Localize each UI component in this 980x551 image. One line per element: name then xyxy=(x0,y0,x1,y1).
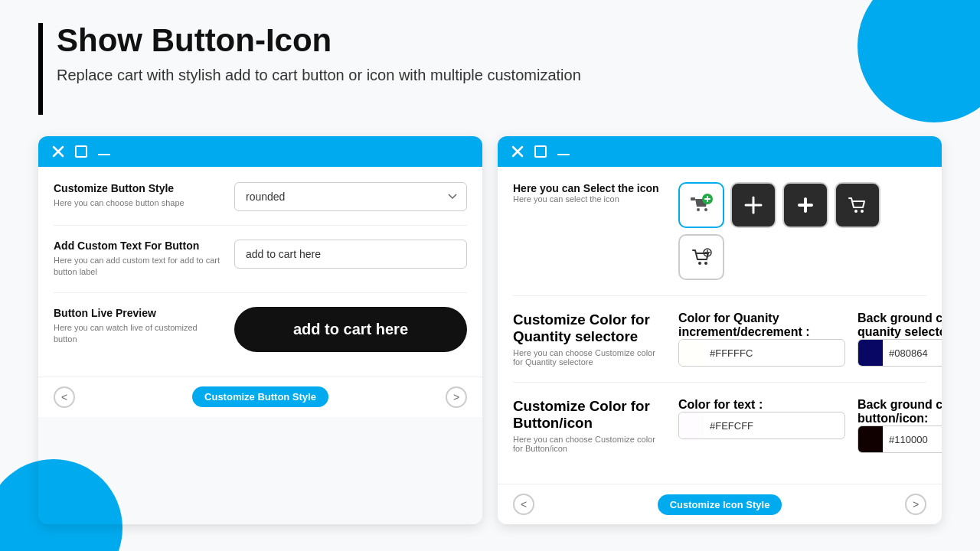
right-minimize-button[interactable] xyxy=(556,144,571,159)
qty-color-row: Customize Color for Quantity selectore H… xyxy=(513,311,926,367)
svg-rect-0 xyxy=(691,197,695,201)
btn-color-title: Customize Color for Button/icon xyxy=(513,398,666,432)
btn-color2-label: Back ground color for button/icon: xyxy=(858,398,942,425)
button-style-desc: Here you can choose button shape xyxy=(54,197,222,209)
left-panel-footer: < Customize Button Style > xyxy=(38,377,482,417)
qty-color2-label: Back ground color for quanity selector: xyxy=(858,311,942,339)
btn-color1-label: Color for text : xyxy=(678,398,845,412)
qty-color1-label: Color for Quanity increment/decrement : xyxy=(678,311,845,339)
custom-text-section: Add Custom Text For Button Here you can … xyxy=(54,240,467,293)
icon-plus-dark2[interactable] xyxy=(782,182,828,228)
right-panel-body: Here you can Select the icon Here you ca… xyxy=(498,167,942,484)
qty-color2-swatch xyxy=(858,340,883,366)
btn-color2-swatch xyxy=(858,426,883,452)
header-accent-bar xyxy=(38,23,43,115)
right-prev-button[interactable]: < xyxy=(513,494,534,515)
custom-text-title: Add Custom Text For Button xyxy=(54,240,222,252)
left-minimize-button[interactable] xyxy=(96,144,112,159)
right-close-button[interactable] xyxy=(510,144,525,159)
btn-color1-input[interactable] xyxy=(704,420,844,432)
right-footer-badge: Customize Icon Style xyxy=(658,494,782,515)
icon-select-title: Here you can Select the icon xyxy=(513,182,666,194)
icon-plus-dark1[interactable] xyxy=(730,182,776,228)
icon-select-row: Here you can Select the icon Here you ca… xyxy=(513,182,926,280)
icon-cart-plus-green[interactable] xyxy=(678,182,724,228)
right-panel-titlebar xyxy=(498,136,942,167)
btn-color1-swatch xyxy=(679,412,704,439)
btn-color2-input[interactable] xyxy=(883,434,942,445)
qty-color1-swatch xyxy=(679,340,704,366)
btn-color-section: Customize Color for Button/icon Here you… xyxy=(513,398,926,468)
live-preview-desc: Here you can watch live of customized bu… xyxy=(54,322,222,346)
page-subtitle: Replace cart with stylish add to cart bu… xyxy=(57,64,581,86)
svg-point-2 xyxy=(704,208,707,211)
right-next-button[interactable]: > xyxy=(905,494,926,515)
btn-color1-field: Color for text : xyxy=(678,398,845,453)
icon-select-section: Here you can Select the icon Here you ca… xyxy=(513,182,926,296)
left-square-button[interactable] xyxy=(74,144,89,159)
right-square-button[interactable] xyxy=(533,144,548,159)
custom-text-desc: Here you can add custom text for add to … xyxy=(54,255,222,279)
qty-color1-field: Color for Quanity increment/decrement : xyxy=(678,311,845,367)
qty-color-desc: Here you can choose Customize color for … xyxy=(513,348,666,367)
icon-select-desc: Here you can select the icon xyxy=(513,194,666,204)
right-panel: Here you can Select the icon Here you ca… xyxy=(498,136,942,524)
button-style-title: Customize Button Style xyxy=(54,182,222,194)
btn-color-row: Customize Color for Button/icon Here you… xyxy=(513,398,926,453)
left-footer-badge: Customize Button Style xyxy=(192,386,328,407)
preview-button[interactable]: add to cart here xyxy=(234,307,467,352)
live-preview-section: Button Live Preview Here you can watch l… xyxy=(54,307,467,366)
qty-color-title: Customize Color for Quantity selectore xyxy=(513,311,666,345)
qty-color2-input[interactable] xyxy=(883,347,942,359)
page-title: Show Button-Icon xyxy=(57,23,581,58)
svg-point-8 xyxy=(698,262,701,265)
left-next-button[interactable]: > xyxy=(446,386,467,408)
icon-cart-light[interactable] xyxy=(678,234,724,280)
header-section: Show Button-Icon Replace cart with styli… xyxy=(38,23,942,115)
button-shape-select[interactable]: rounded square pill outlined xyxy=(234,182,467,211)
svg-point-6 xyxy=(854,210,858,213)
right-panel-footer: < Customize Icon Style > xyxy=(498,484,942,524)
left-prev-button[interactable]: < xyxy=(54,386,75,408)
custom-text-input[interactable] xyxy=(234,240,467,269)
svg-point-1 xyxy=(697,208,700,211)
qty-color2-field: Back ground color for quanity selector: xyxy=(858,311,942,367)
svg-point-9 xyxy=(704,262,707,265)
left-panel-titlebar xyxy=(38,136,482,167)
panels-row: Customize Button Style Here you can choo… xyxy=(38,136,942,524)
svg-rect-5 xyxy=(804,197,807,213)
button-style-section: Customize Button Style Here you can choo… xyxy=(54,182,467,226)
left-panel-body: Customize Button Style Here you can choo… xyxy=(38,167,482,377)
btn-color2-field: Back ground color for button/icon: xyxy=(858,398,942,453)
icon-cart-dark[interactable] xyxy=(835,182,880,228)
qty-color-section: Customize Color for Quantity selectore H… xyxy=(513,311,926,383)
qty-color1-input[interactable] xyxy=(704,347,844,359)
live-preview-title: Button Live Preview xyxy=(54,307,222,319)
icon-selector xyxy=(678,182,926,280)
left-close-button[interactable] xyxy=(51,144,66,159)
left-panel: Customize Button Style Here you can choo… xyxy=(38,136,482,524)
btn-color-desc: Here you can choose Customize color for … xyxy=(513,435,666,453)
svg-point-7 xyxy=(861,210,864,213)
